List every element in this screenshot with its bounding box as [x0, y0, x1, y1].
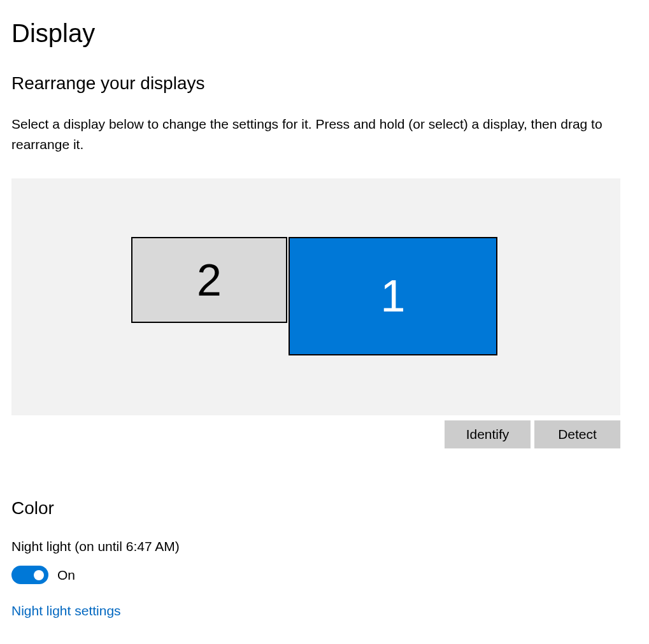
- display-number-label: 1: [381, 271, 406, 322]
- identify-button[interactable]: Identify: [445, 420, 531, 448]
- night-light-label: Night light (on until 6:47 AM): [11, 539, 638, 554]
- night-light-settings-link[interactable]: Night light settings: [11, 603, 121, 618]
- display-2[interactable]: 2: [131, 237, 287, 323]
- rearrange-description: Select a display below to change the set…: [11, 114, 629, 154]
- rearrange-heading: Rearrange your displays: [11, 73, 638, 94]
- display-1[interactable]: 1: [289, 237, 497, 355]
- detect-button[interactable]: Detect: [534, 420, 620, 448]
- display-buttons-row: Identify Detect: [11, 420, 620, 448]
- display-arrangement-canvas[interactable]: 2 1: [11, 178, 620, 415]
- toggle-knob: [34, 570, 44, 580]
- night-light-toggle-row: On: [11, 566, 638, 584]
- page-title: Display: [11, 19, 638, 48]
- toggle-state-label: On: [57, 568, 75, 583]
- display-number-label: 2: [197, 255, 222, 306]
- night-light-toggle[interactable]: [11, 566, 48, 584]
- color-heading: Color: [11, 498, 638, 519]
